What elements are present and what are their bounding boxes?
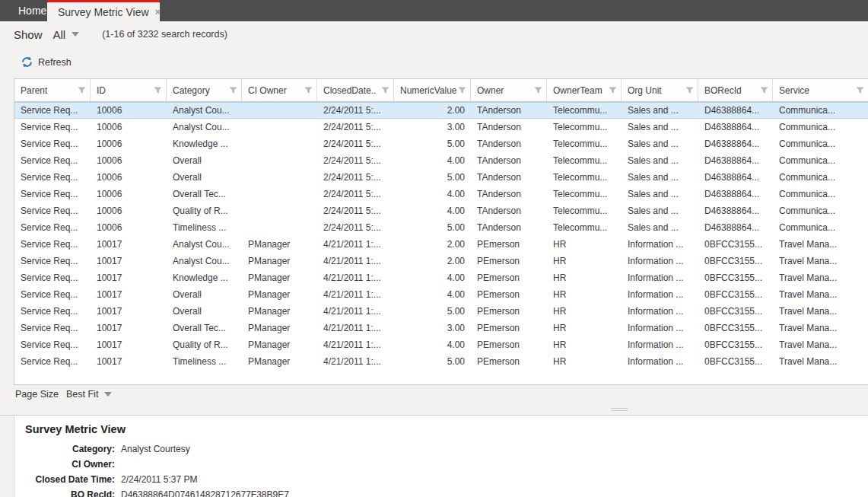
cell-ci-owner	[242, 219, 317, 236]
chevron-down-icon	[72, 32, 79, 37]
cell-bo-recid: D46388864...	[698, 202, 773, 219]
cell-parent: Service Req...	[14, 202, 91, 219]
cell-category: Knowledge ...	[167, 135, 242, 152]
filter-icon[interactable]	[609, 86, 617, 94]
refresh-button[interactable]: Refresh	[21, 56, 72, 68]
cell-ci-owner	[242, 152, 317, 169]
table-row[interactable]: Service Req...10017Overall Tec...PManage…	[14, 320, 868, 336]
filter-icon[interactable]	[154, 86, 162, 94]
cell-closed-date: 2/24/2011 5:...	[317, 135, 394, 152]
cell-ci-owner: PManager	[242, 236, 317, 253]
cell-ci-owner: PManager	[242, 253, 317, 269]
table-row[interactable]: Service Req...10017Timeliness ...PManage…	[14, 353, 868, 370]
cell-owner-team: Telecommu...	[547, 119, 622, 135]
field-value: 2/24/2011 5:37 PM	[121, 474, 198, 485]
cell-org-unit: Information ...	[622, 303, 698, 320]
cell-id: 10017	[91, 286, 167, 303]
cell-numeric-value: 5.00	[394, 303, 471, 320]
filter-icon[interactable]	[458, 86, 466, 94]
cell-owner: PEmerson	[471, 320, 547, 336]
results-grid: ParentIDCategoryCI OwnerClosedDate..Nume…	[14, 78, 868, 385]
cell-closed-date: 2/24/2011 5:...	[317, 152, 394, 169]
column-header-label: ClosedDate..	[323, 85, 376, 96]
cell-category: Analyst Cou...	[167, 253, 242, 269]
cell-category: Overall Tec...	[167, 320, 242, 336]
filter-icon[interactable]	[760, 86, 768, 94]
filter-icon[interactable]	[229, 86, 237, 94]
column-header-numeric-value[interactable]: NumericValue	[394, 79, 471, 101]
column-header-label: BORecId	[704, 85, 742, 96]
table-row[interactable]: Service Req...10006Analyst Cou...2/24/20…	[14, 119, 868, 135]
cell-owner: PEmerson	[471, 303, 547, 320]
cell-bo-recid: 0BFCC3155...	[698, 320, 773, 336]
column-header-org-unit[interactable]: Org Unit	[622, 79, 698, 101]
table-row[interactable]: Service Req...10006Analyst Cou...2/24/20…	[14, 102, 868, 119]
column-header-service[interactable]: Service	[773, 79, 868, 101]
cell-numeric-value: 4.00	[394, 186, 471, 202]
show-label: Show	[14, 28, 43, 41]
table-row[interactable]: Service Req...10017OverallPManager4/21/2…	[14, 303, 868, 320]
column-header-owner[interactable]: Owner	[471, 79, 547, 101]
filter-icon[interactable]	[381, 86, 389, 94]
cell-parent: Service Req...	[14, 102, 91, 119]
detail-title: Survey Metric View	[25, 423, 868, 435]
cell-owner: PEmerson	[471, 286, 547, 303]
detail-field-row: BO RecId:D46388864D074614828712677F38B9E…	[14, 487, 868, 497]
table-row[interactable]: Service Req...10006Knowledge ...2/24/201…	[14, 135, 868, 152]
cell-org-unit: Information ...	[622, 320, 698, 336]
cell-parent: Service Req...	[14, 236, 91, 253]
table-row[interactable]: Service Req...10017OverallPManager4/21/2…	[14, 286, 868, 303]
cell-service: Communica...	[773, 119, 868, 135]
filter-icon[interactable]	[856, 86, 864, 94]
column-header-category[interactable]: Category	[167, 79, 242, 101]
table-row[interactable]: Service Req...10006Overall2/24/2011 5:..…	[14, 152, 868, 169]
column-header-label: Org Unit	[628, 85, 662, 96]
cell-parent: Service Req...	[14, 219, 91, 236]
cell-bo-recid: D46388864...	[698, 152, 773, 169]
filter-icon[interactable]	[304, 86, 313, 94]
splitter-handle[interactable]	[611, 408, 628, 413]
column-header-owner-team[interactable]: OwnerTeam	[547, 79, 622, 101]
table-row[interactable]: Service Req...10006Quality of R...2/24/2…	[14, 202, 868, 219]
cell-id: 10006	[91, 119, 167, 135]
filter-icon[interactable]	[534, 86, 542, 94]
column-header-ci-owner[interactable]: CI Owner	[242, 79, 317, 101]
detail-field-row: CI Owner:	[14, 457, 868, 472]
cell-id: 10017	[91, 253, 167, 269]
cell-numeric-value: 4.00	[394, 286, 471, 303]
cell-ci-owner: PManager	[242, 320, 317, 336]
cell-service: Communica...	[773, 202, 868, 219]
cell-owner-team: HR	[547, 336, 622, 353]
tab-survey-metric-view[interactable]: Survey Metric View ×	[47, 0, 160, 21]
cell-parent: Service Req...	[14, 336, 91, 353]
column-header-label: OwnerTeam	[553, 85, 603, 96]
table-row[interactable]: Service Req...10006Overall2/24/2011 5:..…	[14, 169, 868, 186]
cell-org-unit: Information ...	[622, 336, 698, 353]
column-header-closed-date[interactable]: ClosedDate..	[317, 79, 394, 101]
table-row[interactable]: Service Req...10006Timeliness ...2/24/20…	[14, 219, 868, 236]
table-row[interactable]: Service Req...10017Analyst Cou...PManage…	[14, 253, 868, 269]
column-header-id[interactable]: ID	[91, 79, 167, 101]
cell-category: Overall	[167, 169, 242, 186]
cell-org-unit: Information ...	[622, 353, 698, 370]
show-dropdown[interactable]: All	[53, 28, 80, 41]
table-row[interactable]: Service Req...10017Knowledge ...PManager…	[14, 269, 868, 286]
tab-bar: Home Survey Metric View ×	[0, 0, 868, 21]
cell-closed-date: 2/24/2011 5:...	[317, 119, 394, 135]
detail-field-row: Category:Analyst Courtesy	[14, 441, 868, 457]
table-row[interactable]: Service Req...10017Analyst Cou...PManage…	[14, 236, 868, 253]
column-header-parent[interactable]: Parent	[14, 79, 91, 101]
cell-owner-team: Telecommu...	[547, 202, 622, 219]
page-size-dropdown[interactable]: Best Fit	[66, 389, 112, 400]
field-label: CI Owner:	[14, 459, 115, 470]
cell-parent: Service Req...	[14, 303, 91, 320]
filter-icon[interactable]	[685, 86, 694, 94]
table-row[interactable]: Service Req...10017Quality of R...PManag…	[14, 336, 868, 353]
filter-icon[interactable]	[78, 86, 86, 94]
table-row[interactable]: Service Req...10006Overall Tec...2/24/20…	[14, 186, 868, 202]
close-icon[interactable]: ×	[155, 6, 161, 18]
cell-org-unit: Information ...	[622, 236, 698, 253]
cell-numeric-value: 3.00	[394, 320, 471, 336]
column-header-bo-recid[interactable]: BORecId	[698, 79, 773, 101]
cell-owner-team: HR	[547, 286, 622, 303]
